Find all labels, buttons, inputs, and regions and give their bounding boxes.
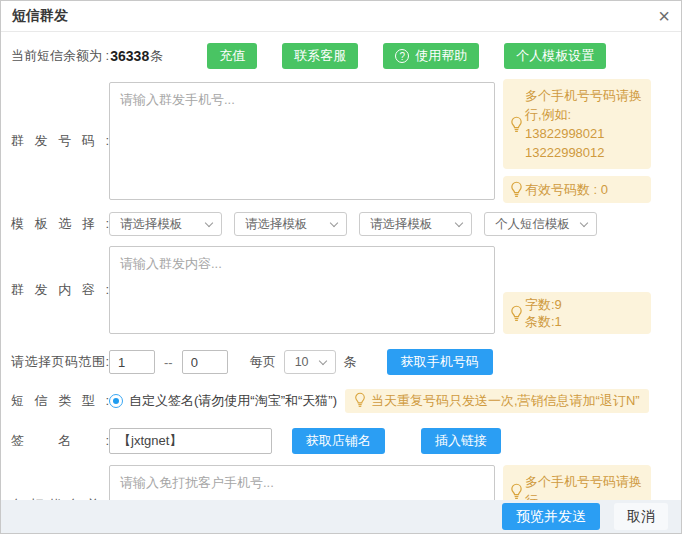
sms-bulk-send-dialog: 短信群发 × 当前短信余额为 : 36338 条 充值 联系客服 ? 使用帮助 … bbox=[0, 0, 682, 534]
balance-amount: 36338 bbox=[110, 48, 149, 64]
close-icon[interactable]: × bbox=[658, 6, 670, 26]
select-value: 请选择模板 bbox=[370, 216, 456, 233]
lightbulb-icon bbox=[508, 483, 525, 500]
signature-label: 签名: bbox=[11, 432, 109, 450]
page-from-input[interactable] bbox=[109, 350, 155, 374]
question-mark-icon: ? bbox=[395, 49, 409, 63]
valid-count-tip-box: 有效号码数 : 0 bbox=[503, 176, 651, 203]
help-button-label: 使用帮助 bbox=[415, 47, 467, 65]
dialog-footer: 预览并发送 取消 bbox=[1, 500, 681, 533]
template-settings-button[interactable]: 个人模板设置 bbox=[504, 43, 606, 69]
balance-label: 当前短信余额为 : bbox=[11, 47, 109, 65]
custom-signature-radio[interactable] bbox=[109, 394, 123, 408]
chevron-down-icon bbox=[580, 218, 588, 226]
template-select-2[interactable]: 请选择模板 bbox=[234, 212, 347, 236]
cancel-button[interactable]: 取消 bbox=[614, 503, 668, 530]
signature-input[interactable] bbox=[109, 428, 272, 454]
balance-row: 当前短信余额为 : 36338 条 充值 联系客服 ? 使用帮助 个人模板设置 bbox=[11, 43, 671, 69]
template-select-row: 模板选择: 请选择模板 请选择模板 请选择模板 个人短信模板 bbox=[11, 212, 671, 236]
valid-count-text: 有效号码数 : 0 bbox=[525, 180, 643, 199]
fetch-phone-numbers-button[interactable]: 获取手机号码 bbox=[387, 349, 493, 375]
template-select-3[interactable]: 请选择模板 bbox=[359, 212, 472, 236]
recipients-textarea[interactable] bbox=[109, 82, 495, 200]
content-label: 群发内容: bbox=[11, 281, 109, 299]
content-count-tip-box: 字数:9 条数:1 bbox=[503, 292, 651, 334]
help-button[interactable]: ? 使用帮助 bbox=[383, 43, 479, 69]
recipients-tip-box: 多个手机号号码请换行,例如: 13822998021 13222998012 bbox=[503, 79, 651, 169]
lightbulb-icon bbox=[508, 116, 525, 133]
signature-row: 签名: 获取店铺名 插入链接 bbox=[11, 428, 671, 454]
lightbulb-icon bbox=[508, 305, 525, 322]
dialog-title: 短信群发 bbox=[12, 7, 68, 25]
tip-line: 多个手机号号码请换行,例如: bbox=[525, 86, 643, 124]
get-shop-name-button[interactable]: 获取店铺名 bbox=[292, 428, 385, 454]
chevron-down-icon bbox=[455, 218, 463, 226]
template-select-label: 模板选择: bbox=[11, 215, 109, 233]
chevron-down-icon bbox=[205, 218, 213, 226]
preview-and-send-button[interactable]: 预览并发送 bbox=[502, 503, 600, 530]
balance-unit: 条 bbox=[150, 47, 163, 65]
per-page-label: 每页 bbox=[250, 353, 276, 371]
chevron-down-icon bbox=[330, 218, 338, 226]
page-to-input[interactable] bbox=[182, 350, 228, 374]
range-dash: -- bbox=[164, 355, 173, 370]
sms-type-row: 短信类型: 自定义签名(请勿使用“淘宝”和“天猫”) 当天重复号码只发送一次,营… bbox=[11, 389, 671, 413]
select-value: 请选择模板 bbox=[120, 216, 206, 233]
recharge-button[interactable]: 充值 bbox=[207, 43, 257, 69]
lightbulb-icon bbox=[354, 392, 366, 411]
page-size-select[interactable]: 10 bbox=[284, 350, 336, 374]
sms-type-label: 短信类型: bbox=[11, 392, 109, 410]
char-count: 字数:9 bbox=[525, 296, 643, 313]
select-value: 10 bbox=[295, 355, 320, 369]
radio-dot-icon bbox=[113, 398, 119, 404]
message-count: 条数:1 bbox=[525, 313, 643, 330]
recipients-tip-text: 多个手机号号码请换行,例如: 13822998021 13222998012 bbox=[525, 86, 643, 162]
recipients-tips: 多个手机号号码请换行,例如: 13822998021 13222998012 有… bbox=[503, 79, 651, 203]
content-row: 群发内容: 字数:9 条数:1 bbox=[11, 246, 671, 334]
select-value: 请选择模板 bbox=[245, 216, 331, 233]
page-range-label: 请选择页码范围: bbox=[11, 353, 109, 371]
recipients-label: 群发号码: bbox=[11, 132, 109, 150]
tip-line: 13222998012 bbox=[525, 143, 643, 162]
chevron-down-icon bbox=[318, 356, 326, 364]
lightbulb-icon bbox=[508, 181, 525, 198]
content-tips: 字数:9 条数:1 bbox=[503, 292, 651, 334]
custom-signature-radio-label[interactable]: 自定义签名(请勿使用“淘宝”和“天猫”) bbox=[129, 392, 337, 410]
contact-support-button[interactable]: 联系客服 bbox=[282, 43, 358, 69]
page-range-row: 请选择页码范围: -- 每页 10 条 获取手机号码 bbox=[11, 349, 671, 375]
content-count-text: 字数:9 条数:1 bbox=[525, 296, 643, 330]
template-select-1[interactable]: 请选择模板 bbox=[109, 212, 222, 236]
recipients-row: 群发号码: 多个手机号号码请换行,例如: 13822998021 1322299… bbox=[11, 79, 671, 203]
select-value: 个人短信模板 bbox=[495, 216, 581, 233]
personal-template-select[interactable]: 个人短信模板 bbox=[484, 212, 597, 236]
dialog-header: 短信群发 × bbox=[1, 1, 681, 32]
content-textarea[interactable] bbox=[109, 246, 495, 334]
per-page-unit: 条 bbox=[344, 353, 357, 371]
tip-line: 13822998021 bbox=[525, 124, 643, 143]
repeat-number-tip-text: 当天重复号码只发送一次,营销信息请加“退订N” bbox=[371, 392, 640, 410]
insert-link-button[interactable]: 插入链接 bbox=[421, 428, 501, 454]
dialog-body: 当前短信余额为 : 36338 条 充值 联系客服 ? 使用帮助 个人模板设置 … bbox=[1, 32, 681, 534]
repeat-number-tip: 当天重复号码只发送一次,营销信息请加“退订N” bbox=[345, 389, 649, 413]
